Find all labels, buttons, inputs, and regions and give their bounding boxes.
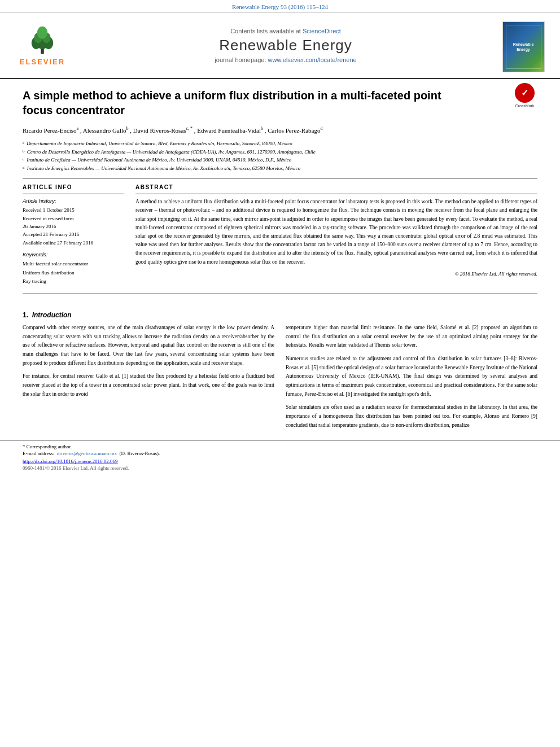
- keyword-2: Uniform flux distribution: [23, 269, 124, 277]
- cover-text: RenewableEnergy: [511, 40, 536, 54]
- article-info-label: ARTICLE INFO: [23, 184, 124, 190]
- copyright-notice: © 2016 Elsevier Ltd. All rights reserved…: [135, 271, 537, 277]
- corresponding-note: * Corresponding author.: [23, 444, 537, 449]
- affiliation-b: b Centro de Desarrollo Energético de Ant…: [23, 148, 537, 156]
- author1-name: Ricardo Perez-Enciso: [23, 127, 77, 134]
- journal-header: ELSEVIER Contents lists available at Sci…: [0, 13, 560, 79]
- author3-sup: c, *: [186, 126, 193, 131]
- journal-info-center: Contents lists available at ScienceDirec…: [79, 19, 492, 72]
- journal-cover-area: RenewableEnergy: [498, 19, 549, 72]
- revised-date: 26 January 2016: [23, 222, 124, 230]
- article-history-title: Article history:: [23, 198, 124, 204]
- crossmark-badge[interactable]: ✓ CrossMark: [512, 82, 537, 108]
- email-label: E-mail address:: [23, 451, 54, 456]
- intro-para-1: Compared with other energy sources, one …: [23, 324, 274, 368]
- elsevier-tree-icon: [25, 25, 59, 56]
- corresponding-label: * Corresponding author.: [23, 444, 72, 449]
- keywords-label: Keywords:: [23, 251, 124, 257]
- elsevier-wordmark: ELSEVIER: [20, 58, 65, 66]
- abstract-col: ABSTRACT A method to achieve a uniform f…: [135, 184, 537, 286]
- intro-left-col: Compared with other energy sources, one …: [23, 324, 274, 434]
- article-divider: [23, 178, 537, 178]
- svg-point-6: [37, 26, 47, 38]
- received-date: Received 1 October 2015: [23, 206, 124, 214]
- intro-para-5: Solar simulators are often used as a rad…: [286, 403, 537, 430]
- affil-a-text: Departamento de Ingeniería Industrial, U…: [25, 140, 292, 148]
- intro-para-2: For instance, for central receiver Gallo…: [23, 372, 274, 399]
- intro-para-4: Numerous studies are related to the adju…: [286, 355, 537, 399]
- elsevier-logo: ELSEVIER: [20, 25, 65, 66]
- author4-sup: b: [261, 126, 263, 131]
- authors-line: Ricardo Perez-Encisoa , Alessandro Gallo…: [23, 125, 537, 136]
- footnote-area: * Corresponding author. E-mail address: …: [0, 440, 560, 471]
- affiliation-d: d Instituto de Energías Renovables — Uni…: [23, 165, 537, 173]
- affiliation-a: a Departamento de Ingeniería Industrial,…: [23, 140, 537, 148]
- author2-sup: b: [126, 126, 129, 131]
- crossmark-label: CrossMark: [515, 104, 535, 108]
- affiliation-c: c Instituto de Geofísica — Universidad N…: [23, 156, 537, 164]
- introduction-section: 1. Introduction Compared with other ener…: [0, 305, 560, 434]
- sciencedirect-anchor[interactable]: ScienceDirect: [303, 28, 341, 34]
- section-number: 1.: [23, 311, 28, 319]
- intro-body: Compared with other energy sources, one …: [23, 324, 537, 434]
- email-attribution: (D. Riveros-Rosas).: [120, 451, 160, 456]
- citation-text: Renewable Energy 93 (2016) 115–124: [232, 3, 328, 10]
- affil-b-text: Centro de Desarrollo Energético de Antof…: [26, 148, 316, 156]
- homepage-url[interactable]: www.elsevier.com/locate/renene: [268, 56, 357, 63]
- journal-title: Renewable Energy: [219, 37, 352, 54]
- crossmark-icon[interactable]: ✓: [515, 83, 535, 103]
- article-info-col: ARTICLE INFO Article history: Received 1…: [23, 184, 124, 286]
- author5-sup: d: [320, 126, 322, 131]
- doi-line[interactable]: http://dx.doi.org/10.1016/j.renene.2016.…: [23, 458, 537, 464]
- journal-cover-image: RenewableEnergy: [502, 21, 545, 72]
- affil-d-text: Instituto de Energías Renovables — Unive…: [26, 165, 300, 173]
- keyword-3: Ray tracing: [23, 277, 124, 286]
- accepted-date: Accepted 21 February 2016: [23, 230, 124, 238]
- divider-2: [23, 294, 537, 294]
- author5-name: , Carlos Perez-Rábago: [265, 127, 321, 134]
- intro-para-3: temperature higher than material limit r…: [286, 324, 537, 350]
- abstract-label: ABSTRACT: [135, 184, 537, 190]
- elsevier-logo-area: ELSEVIER: [11, 19, 73, 72]
- affiliations-section: a Departamento de Ingeniería Industrial,…: [23, 140, 537, 172]
- article-content: ✓ CrossMark A simple method to achieve a…: [0, 79, 560, 305]
- author4-name: , Edward Fuentealba-Vidal: [194, 127, 261, 134]
- author3-name: , David Riveros-Rosas: [130, 127, 186, 134]
- issn-line: 0960-1481/© 2016 Elsevier Ltd. All right…: [23, 465, 537, 471]
- author1-sup: a: [77, 126, 79, 131]
- doi-link[interactable]: http://dx.doi.org/10.1016/j.renene.2016.…: [23, 458, 118, 464]
- article-title: A simple method to achieve a uniform flu…: [23, 88, 446, 117]
- sciencedirect-link[interactable]: Contents lists available at ScienceDirec…: [230, 28, 341, 34]
- crossmark-area[interactable]: ✓ CrossMark: [512, 82, 537, 108]
- intro-heading: 1. Introduction: [23, 311, 537, 319]
- email-line: E-mail address: driveros@geofisica.unam.…: [23, 451, 537, 456]
- available-date: Available online 27 February 2016: [23, 239, 124, 247]
- journal-homepage: journal homepage: www.elsevier.com/locat…: [215, 56, 356, 63]
- email-link[interactable]: driveros@geofisica.unam.mx: [57, 451, 117, 456]
- author2-name: , Alessandro Gallo: [80, 127, 126, 134]
- keyword-1: Multi-faceted solar concentrator: [23, 260, 124, 268]
- revised-label: Received in revised form: [23, 215, 124, 222]
- article-info-abstract: ARTICLE INFO Article history: Received 1…: [23, 184, 537, 286]
- section-title: Introduction: [32, 311, 72, 319]
- affil-c-text: Instituto de Geofísica — Universidad Nac…: [25, 156, 291, 164]
- intro-right-col: temperature higher than material limit r…: [286, 324, 537, 434]
- abstract-text: A method to achieve a uniform flux distr…: [135, 198, 537, 267]
- citation-bar: Renewable Energy 93 (2016) 115–124: [0, 0, 560, 13]
